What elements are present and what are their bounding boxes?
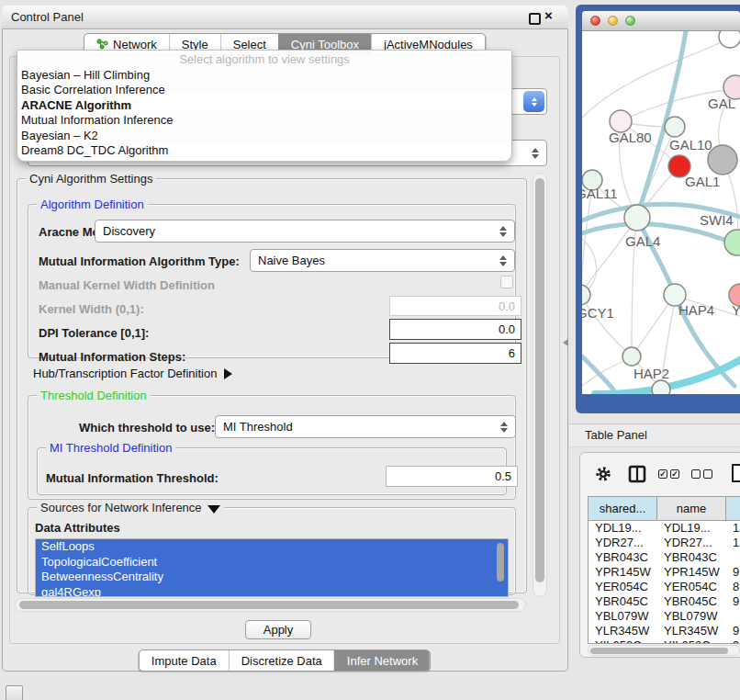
expand-arrow-icon[interactable] bbox=[224, 368, 232, 379]
which-threshold-label: Which threshold to use: bbox=[79, 421, 215, 435]
table-cell: 9. bbox=[726, 624, 740, 638]
table-row[interactable]: YDL19...YDL19...13 bbox=[589, 521, 740, 536]
table-cell: YIL052C bbox=[589, 638, 657, 644]
network-node[interactable] bbox=[708, 145, 737, 175]
table-row[interactable]: YBR045CYBR045C9. bbox=[589, 594, 740, 609]
network-canvas[interactable]: GALGAL80GAL10GAL1GAL11SWI4GAL4GCY1HAP4YH… bbox=[582, 31, 740, 394]
float-window-icon[interactable] bbox=[529, 13, 541, 25]
table-body: YDL19...YDL19...13YDR27...YDR27...12YBR0… bbox=[589, 521, 740, 644]
splitter-arrow-icon[interactable] bbox=[563, 339, 568, 346]
algorithm-option-aracne-algorithm[interactable]: ARACNE Algorithm bbox=[17, 98, 511, 113]
settings-vertical-scrollbar[interactable] bbox=[533, 173, 547, 597]
algorithm-option-basic-correlation-inference[interactable]: Basic Correlation Inference bbox=[17, 83, 511, 97]
table-cell bbox=[726, 550, 740, 565]
close-traffic-light[interactable] bbox=[590, 16, 600, 26]
network-node-hap2[interactable] bbox=[622, 347, 641, 366]
table-cell: YBR043C bbox=[657, 550, 726, 565]
document-icon[interactable] bbox=[731, 463, 740, 483]
network-window-titlebar[interactable] bbox=[582, 11, 740, 31]
attribute-item-betweennesscentrality[interactable]: BetweennessCentrality bbox=[36, 570, 508, 585]
table-cell bbox=[726, 609, 740, 624]
table-row[interactable]: YER054CYER054C8. bbox=[589, 580, 740, 594]
attribute-item-gal4rgexp[interactable]: gal4RGexp bbox=[36, 585, 508, 598]
list-scrollbar-thumb[interactable] bbox=[497, 543, 504, 581]
node-label: GAL10 bbox=[669, 137, 712, 152]
minimize-traffic-light[interactable] bbox=[608, 16, 618, 26]
table-cell: YDL19... bbox=[657, 521, 726, 536]
table-cell: YLR345W bbox=[589, 624, 657, 638]
tab-infer-network[interactable]: Infer Network bbox=[334, 650, 430, 671]
scrollbar-thumb[interactable] bbox=[590, 648, 728, 654]
table-row[interactable]: YPR145WYPR145W9. bbox=[589, 565, 740, 580]
apply-button[interactable]: Apply bbox=[245, 620, 311, 639]
combobox-stepper-icon[interactable] bbox=[523, 91, 544, 112]
checkbox-checked-icon: ✓ bbox=[670, 469, 679, 479]
table-cell: YDR27... bbox=[589, 536, 657, 550]
scrollbar-thumb[interactable] bbox=[535, 178, 544, 582]
algorithm-option-bayesian-hill-climbing[interactable]: Bayesian – Hill Climbing bbox=[17, 68, 511, 83]
table-row[interactable]: YBL079WYBL079W bbox=[589, 609, 740, 624]
mi-threshold-field[interactable]: 0.5 bbox=[386, 466, 518, 487]
hub-definition-section[interactable]: Hub/Transcription Factor Definition bbox=[33, 367, 232, 380]
mi-threshold-label: Mutual Information Threshold: bbox=[46, 471, 219, 485]
network-node[interactable] bbox=[652, 380, 670, 394]
column-header-a[interactable]: A bbox=[726, 497, 740, 520]
attribute-item-selfloops[interactable]: SelfLoops bbox=[36, 539, 508, 555]
cyni-mode-tabs: Impute DataDiscretize DataInfer Network bbox=[139, 649, 431, 672]
sources-group-title[interactable]: Sources for Network Inference bbox=[37, 502, 224, 514]
network-node-swi4[interactable] bbox=[724, 230, 740, 255]
tab-label: Infer Network bbox=[347, 654, 418, 668]
which-threshold-combobox[interactable]: MI Threshold bbox=[215, 415, 516, 438]
tab-impute-data[interactable]: Impute Data bbox=[140, 650, 229, 671]
network-node-gal4[interactable] bbox=[624, 205, 650, 231]
node-label: GAL1 bbox=[685, 174, 720, 189]
algorithm-option-dream8-dc-tdc-algorithm[interactable]: Dream8 DC_TDC Algorithm bbox=[17, 143, 511, 158]
gear-icon[interactable] bbox=[595, 466, 611, 482]
column-header-name[interactable]: name bbox=[657, 497, 726, 520]
table-row[interactable]: YLR345WYLR345W9. bbox=[589, 624, 740, 638]
combobox-stepper-icon bbox=[499, 255, 507, 266]
table-row[interactable]: YDR27...YDR27...12 bbox=[589, 536, 740, 550]
node-label: SWI4 bbox=[700, 212, 734, 228]
data-attributes-list[interactable]: SelfLoopsTopologicalCoefficientBetweenne… bbox=[35, 538, 509, 597]
table-cell: YDR27... bbox=[657, 536, 726, 550]
mi-steps-field[interactable]: 6 bbox=[389, 343, 521, 364]
algorithm-list: Bayesian – Hill ClimbingBasic Correlatio… bbox=[17, 68, 511, 158]
threshold-definition-title: Threshold Definition bbox=[37, 390, 151, 402]
minimized-panel-icon[interactable] bbox=[6, 685, 23, 700]
tab-discretize-data[interactable]: Discretize Data bbox=[229, 650, 334, 671]
node-label: GCY1 bbox=[582, 305, 614, 321]
settings-horizontal-scrollbar[interactable] bbox=[15, 598, 526, 612]
table-cell: YER054C bbox=[657, 580, 726, 594]
collapse-arrow-icon[interactable] bbox=[207, 505, 220, 514]
attribute-item-topologicalcoefficient[interactable]: TopologicalCoefficient bbox=[36, 555, 508, 570]
split-columns-icon[interactable] bbox=[628, 465, 646, 483]
aracne-mode-combobox[interactable]: Discovery bbox=[95, 220, 515, 243]
control-panel-titlebar[interactable] bbox=[2, 6, 568, 29]
control-panel-title: Control Panel bbox=[11, 10, 84, 24]
close-icon[interactable]: × bbox=[544, 7, 553, 23]
algorithm-option-bayesian-k2[interactable]: Bayesian – K2 bbox=[17, 129, 511, 143]
network-node[interactable] bbox=[719, 31, 740, 48]
table-cell: YPR145W bbox=[657, 565, 726, 580]
algorithm-option-mutual-information-inference[interactable]: Mutual Information Inference bbox=[17, 113, 511, 128]
network-node-gal10[interactable] bbox=[665, 117, 685, 137]
table-cell: YIL052C bbox=[657, 638, 726, 644]
table-cell: YDL19... bbox=[589, 521, 657, 536]
algorithm-definition-title: Algorithm Definition bbox=[37, 198, 148, 211]
kernel-width-field: 0.0 bbox=[389, 296, 521, 316]
hide-columns-icon[interactable] bbox=[691, 469, 712, 479]
table-cell: YPR145W bbox=[589, 565, 657, 580]
scrollbar-thumb[interactable] bbox=[19, 601, 519, 609]
zoom-traffic-light[interactable] bbox=[625, 16, 635, 26]
table-row[interactable]: YBR043CYBR043C bbox=[589, 550, 740, 565]
table-horizontal-scrollbar[interactable] bbox=[588, 645, 740, 656]
combobox-stepper-icon[interactable] bbox=[532, 148, 539, 159]
mi-type-combobox[interactable]: Naive Bayes bbox=[250, 249, 515, 272]
column-header-shared[interactable]: shared... bbox=[589, 497, 657, 520]
show-columns-icon[interactable]: ✓ ✓ bbox=[658, 469, 679, 479]
table-cell: 9. bbox=[726, 565, 740, 580]
table-row[interactable]: YIL052CYIL052C9. bbox=[589, 638, 740, 644]
dpi-tolerance-field[interactable]: 0.0 bbox=[389, 319, 521, 340]
network-icon bbox=[96, 39, 108, 50]
